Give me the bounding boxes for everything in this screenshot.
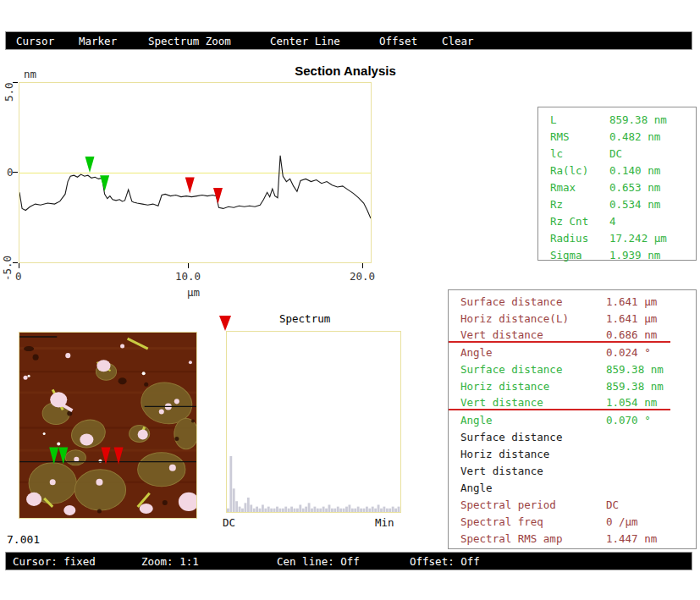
marker-dot xyxy=(57,443,60,446)
y-tick-mark xyxy=(13,262,18,263)
image-filename-label: 7.001 xyxy=(7,533,40,546)
measure-row: Horiz distance859.38 nm xyxy=(449,378,696,395)
stat-row-l: L859.38 nm xyxy=(538,112,696,129)
menu-item-offset[interactable]: Offset xyxy=(379,35,417,47)
measure-row-underlined: Vert distance0.686 nm xyxy=(449,328,670,343)
x-axis-unit-label: µm xyxy=(187,286,200,299)
measure-row: Horiz distance xyxy=(449,446,696,463)
menu-bar: Cursor Marker Spectrum Zoom Center Line … xyxy=(5,31,692,50)
stat-row-ra: Ra(lc)0.140 nm xyxy=(538,162,696,179)
x-tick-mark xyxy=(362,263,363,268)
measure-row: Surface distance xyxy=(449,429,696,446)
y-tick-mark xyxy=(13,172,18,173)
stat-row-lc: lcDC xyxy=(538,146,696,162)
status-offset: Offset: Off xyxy=(410,555,480,568)
menu-item-cursor[interactable]: Cursor xyxy=(16,35,54,47)
status-cursor-mode: Cursor: fixed xyxy=(13,555,96,568)
spectrum-x-left-label: DC xyxy=(223,516,235,529)
measure-row-underlined: Vert distance1.054 nm xyxy=(449,395,670,410)
measure-row: Surface distance1.641 µm xyxy=(449,294,696,311)
spectrum-bars-svg xyxy=(227,332,400,512)
status-bar: Cursor: fixed Zoom: 1:1 Cen line: Off Of… xyxy=(5,552,692,570)
measure-row: Angle0.070 ° xyxy=(449,412,696,429)
measure-row: Surface distance859.38 nm xyxy=(449,361,696,378)
x-axis-tick-0: 0 xyxy=(15,270,22,283)
red-section-marker-icon[interactable] xyxy=(185,177,195,193)
menu-item-spectrum-zoom[interactable]: Spectrum Zoom xyxy=(148,35,231,47)
measure-row: Spectral freq0 /µm xyxy=(449,514,696,531)
spectrum-title: Spectrum xyxy=(279,312,330,325)
green-section-marker-icon[interactable] xyxy=(100,175,109,191)
y-tick-mark xyxy=(13,82,18,83)
y-axis-unit-label: nm xyxy=(24,68,36,80)
measure-row: Vert distance xyxy=(449,463,696,480)
measure-row: Angle0.024 ° xyxy=(449,344,696,361)
measure-row: Spectral periodDC xyxy=(449,497,696,514)
x-tick-mark xyxy=(188,263,189,268)
stat-row-radius: Radius17.242 µm xyxy=(538,230,696,247)
afm-topography-image[interactable] xyxy=(19,332,197,519)
roughness-stats-panel: L859.38 nm RMS0.482 nm lcDC Ra(lc)0.140 … xyxy=(537,107,697,261)
menu-item-clear[interactable]: Clear xyxy=(442,35,474,47)
x-tick-mark xyxy=(19,263,19,268)
green-section-marker-icon[interactable] xyxy=(85,157,95,173)
stat-row-rmax: Rmax0.653 nm xyxy=(538,179,696,196)
status-zoom-level: Zoom: 1:1 xyxy=(141,555,199,568)
profile-trace-svg xyxy=(19,83,371,262)
measure-row: Angle xyxy=(449,480,696,497)
measurement-panel: Surface distance1.641 µm Horiz distance(… xyxy=(448,289,697,549)
stat-row-rz: Rz0.534 nm xyxy=(538,196,696,213)
x-axis-tick-mid: 10.0 xyxy=(175,270,201,283)
x-axis-tick-max: 20.0 xyxy=(350,270,375,283)
stat-row-rms: RMS0.482 nm xyxy=(538,129,696,146)
y-axis-tick-bottom: -5.0 xyxy=(1,256,14,281)
measure-row: Horiz distance(L)1.641 µm xyxy=(449,311,696,328)
spectrum-x-right-label: Min xyxy=(375,516,394,529)
stat-row-rzcnt: Rz Cnt4 xyxy=(538,213,696,230)
afm-image-svg xyxy=(19,332,197,519)
menu-item-center-line[interactable]: Center Line xyxy=(270,35,340,47)
measure-row: Spectral RMS amp1.447 nm xyxy=(449,531,696,548)
spectrum-plot[interactable] xyxy=(226,331,401,513)
stat-row-sigma: Sigma1.939 nm xyxy=(538,247,696,264)
spectrum-red-marker-icon[interactable] xyxy=(218,315,232,332)
page-title: Section Analysis xyxy=(0,63,691,78)
y-axis-tick-top: 5.0 xyxy=(3,82,15,102)
section-profile-plot[interactable] xyxy=(19,82,372,263)
status-center-line: Cen line: Off xyxy=(277,555,360,568)
menu-item-marker[interactable]: Marker xyxy=(79,35,117,47)
